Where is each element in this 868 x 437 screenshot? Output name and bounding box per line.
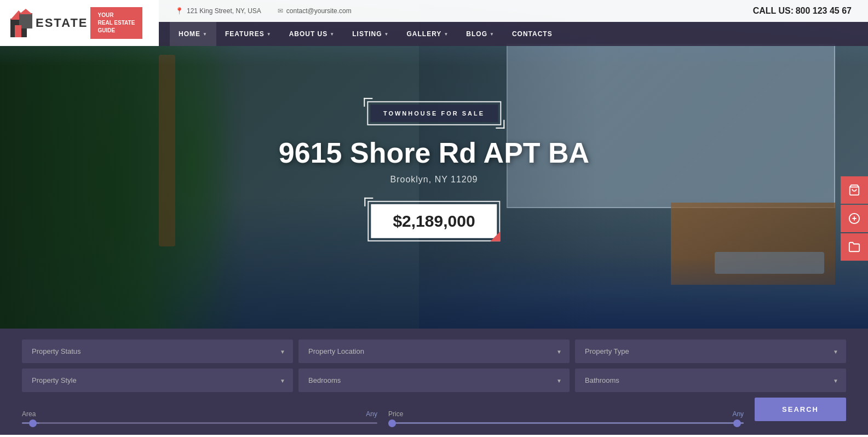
hero-content: TOWNHOUSE FOR SALE 9615 Shore Rd APT BA … [279,101,589,242]
address-text: 121 King Street, NY, USA [187,7,261,15]
logo-estate-text: ESTATE [36,16,88,30]
bedrooms-select[interactable]: Bedrooms 1 2 3 4+ [298,369,570,392]
price-container: $2,189,000 [367,201,500,242]
badge-corner-tl [364,98,372,107]
badge-frame: TOWNHOUSE FOR SALE [367,101,501,125]
side-buttons [841,176,868,261]
price-value: Any [732,410,744,418]
nav-item-gallery[interactable]: GALLERY ▼ [398,22,457,46]
nav-item-contacts[interactable]: CONTACTS [503,22,561,46]
email-contact: ✉ contact@yoursite.com [278,7,352,15]
nav-item-about[interactable]: ABOUT US ▼ [280,22,344,46]
palm-trunk [159,55,175,246]
email-icon: ✉ [278,7,283,15]
hero-title: 9615 Shore Rd APT BA [279,136,589,169]
listing-arrow: ▼ [384,32,389,37]
property-type-wrapper: Property Type House Apartment Townhouse … [575,340,846,363]
compare-side-button[interactable] [841,205,868,232]
badge-corner-br [496,120,504,129]
location-icon: 📍 [175,7,183,15]
logo-box: ESTATE YOUR REAL ESTATE GUIDE [0,0,159,46]
badge-container: TOWNHOUSE FOR SALE [367,101,501,125]
search-bar: Property Status For Sale For Rent ▼ Prop… [0,329,868,435]
svg-marker-3 [19,9,32,14]
search-row-1: Property Status For Sale For Rent ▼ Prop… [22,340,846,363]
price-range-group: Price Any [388,410,744,424]
address-contact: 📍 121 King Street, NY, USA [175,7,261,15]
property-type-select[interactable]: Property Type House Apartment Townhouse [575,340,846,363]
property-location-select[interactable]: Property Location New York Brooklyn [298,340,570,363]
area-label: Area [22,410,36,418]
price-label-row: Price Any [388,410,744,418]
nav-item-home[interactable]: HOME ▼ [170,22,216,46]
area-value: Any [366,410,377,418]
home-arrow: ▼ [203,32,208,37]
nav-item-listing[interactable]: LISTING ▼ [343,22,398,46]
folder-side-button[interactable] [841,233,868,261]
area-thumb[interactable] [29,419,37,427]
property-style-wrapper: Property Style Modern Colonial ▼ [22,369,293,392]
property-location-wrapper: Property Location New York Brooklyn ▼ [298,340,570,363]
svg-rect-4 [15,25,21,37]
search-row-3: Area Any Price Any SEARCH [22,398,846,424]
price-frame: $2,189,000 [367,201,500,242]
search-row-2: Property Style Modern Colonial ▼ Bedroom… [22,369,846,392]
hero-section: TOWNHOUSE FOR SALE 9615 Shore Rd APT BA … [0,0,868,329]
top-contact-bar: 📍 121 King Street, NY, USA ✉ contact@you… [159,0,868,22]
hero-location: Brooklyn, NY 11209 [279,175,589,185]
property-status-wrapper: Property Status For Sale For Rent ▼ [22,340,293,363]
search-button[interactable]: SEARCH [755,398,846,421]
price-corner-accent [491,232,501,242]
price-text: $2,189,000 [371,204,497,238]
nav-item-features[interactable]: FEATURES ▼ [216,22,280,46]
bathrooms-select[interactable]: Bathrooms 1 2 3+ [575,369,846,392]
logo-tagline: YOUR REAL ESTATE GUIDE [90,7,143,39]
bedrooms-wrapper: Bedrooms 1 2 3 4+ ▼ [298,369,570,392]
main-nav: HOME ▼ FEATURES ▼ ABOUT US ▼ LISTING ▼ G… [159,22,868,46]
bathrooms-wrapper: Bathrooms 1 2 3+ ▼ [575,369,846,392]
price-corner-tl [364,198,373,206]
property-style-select[interactable]: Property Style Modern Colonial [22,369,293,392]
logo-icon [8,7,36,39]
blog-arrow: ▼ [490,32,495,37]
area-range-group: Area Any [22,410,377,424]
gallery-arrow: ▼ [444,32,449,37]
features-arrow: ▼ [267,32,272,37]
about-arrow: ▼ [330,32,335,37]
search-button-wrapper: SEARCH [755,398,846,424]
email-text: contact@yoursite.com [286,7,352,15]
property-status-select[interactable]: Property Status For Sale For Rent [22,340,293,363]
phone-contact: CALL US: 800 123 45 67 [753,6,852,16]
phone-number: 800 123 45 67 [796,6,852,15]
price-thumb-max[interactable] [733,419,741,427]
price-track [388,422,744,424]
price-fill [388,422,744,424]
cart-side-button[interactable] [841,176,868,204]
badge-text: TOWNHOUSE FOR SALE [370,105,498,122]
area-track [22,422,377,424]
area-label-row: Area Any [22,410,377,418]
price-label: Price [388,410,403,418]
price-thumb-min[interactable] [388,419,396,427]
nav-item-blog[interactable]: BLOG ▼ [457,22,503,46]
